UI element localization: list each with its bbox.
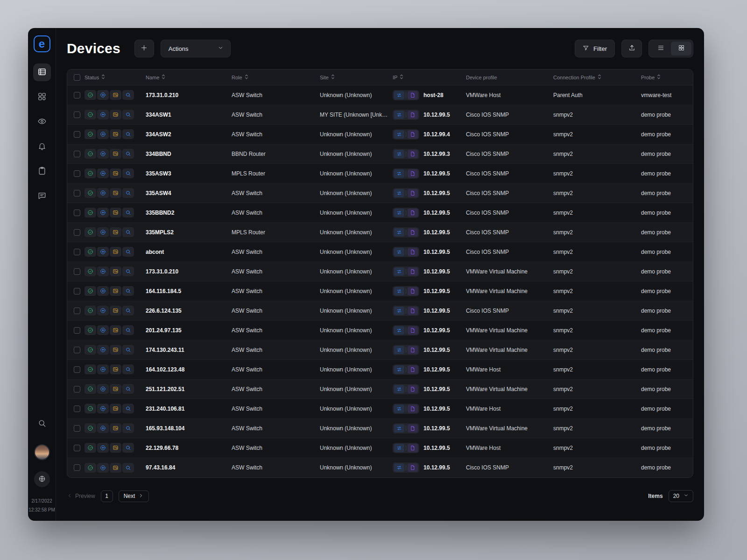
language-button[interactable]	[34, 471, 50, 487]
discover-icon[interactable]	[97, 286, 109, 296]
swap-connection-icon[interactable]	[394, 209, 404, 217]
credentials-icon[interactable]	[110, 286, 121, 296]
swap-connection-icon[interactable]	[394, 307, 404, 315]
device-name[interactable]: 335ASW4	[146, 190, 232, 196]
status-ok-icon[interactable]	[85, 325, 96, 335]
inspect-icon[interactable]	[122, 110, 134, 119]
credentials-icon[interactable]	[110, 463, 121, 473]
page-number-button[interactable]: 1	[101, 490, 113, 502]
swap-connection-icon[interactable]	[394, 228, 404, 237]
sidebar-item-tasks[interactable]	[33, 162, 51, 180]
inspect-icon[interactable]	[122, 149, 134, 159]
inspect-icon[interactable]	[122, 129, 134, 139]
swap-connection-icon[interactable]	[394, 444, 404, 452]
row-checkbox[interactable]	[74, 92, 80, 98]
status-ok-icon[interactable]	[85, 129, 96, 139]
discover-icon[interactable]	[97, 188, 109, 198]
inspect-icon[interactable]	[122, 423, 134, 433]
credentials-icon[interactable]	[110, 149, 121, 159]
inspect-icon[interactable]	[122, 247, 134, 257]
row-checkbox[interactable]	[74, 308, 80, 314]
actions-dropdown[interactable]: Actions	[161, 40, 231, 57]
inspect-icon[interactable]	[122, 384, 134, 394]
table-row[interactable]: abcont ASW Switch Unknown (Unknown) 10.1…	[67, 242, 693, 262]
discover-icon[interactable]	[97, 266, 109, 276]
status-ok-icon[interactable]	[85, 463, 96, 473]
discover-icon[interactable]	[97, 168, 109, 178]
table-row[interactable]: 335MPLS2 MPLS Router Unknown (Unknown) 1…	[67, 223, 693, 242]
table-row[interactable]: 173.31.0.210 ASW Switch Unknown (Unknown…	[67, 85, 693, 105]
select-all-checkbox[interactable]	[74, 74, 80, 81]
credentials-icon[interactable]	[110, 364, 121, 374]
column-header-site[interactable]: Site	[320, 74, 393, 81]
sort-icon[interactable]	[657, 74, 661, 81]
swap-connection-icon[interactable]	[394, 267, 404, 276]
inspect-icon[interactable]	[122, 345, 134, 355]
credentials-icon[interactable]	[110, 443, 121, 453]
credentials-icon[interactable]	[110, 266, 121, 276]
discover-icon[interactable]	[97, 247, 109, 257]
device-name[interactable]: 201.24.97.135	[146, 327, 232, 334]
sort-icon[interactable]	[245, 74, 248, 81]
discover-icon[interactable]	[97, 384, 109, 394]
column-header-ip[interactable]: IP	[393, 74, 466, 81]
device-name[interactable]: 335MPLS2	[146, 229, 232, 236]
sort-icon[interactable]	[101, 74, 105, 81]
table-row[interactable]: 164.102.123.48 ASW Switch Unknown (Unkno…	[67, 360, 693, 379]
inspect-icon[interactable]	[122, 286, 134, 296]
status-ok-icon[interactable]	[85, 227, 96, 237]
credentials-icon[interactable]	[110, 208, 121, 217]
swap-connection-icon[interactable]	[394, 346, 404, 354]
device-name[interactable]: 164.102.123.48	[146, 366, 232, 373]
swap-connection-icon[interactable]	[394, 287, 404, 295]
filter-button[interactable]: Filter	[575, 40, 615, 57]
ip-file-icon[interactable]	[408, 287, 418, 295]
status-ok-icon[interactable]	[85, 384, 96, 394]
credentials-icon[interactable]	[110, 247, 121, 257]
status-ok-icon[interactable]	[85, 188, 96, 198]
row-checkbox[interactable]	[74, 131, 80, 138]
add-device-button[interactable]	[134, 40, 154, 57]
column-header-name[interactable]: Name	[146, 74, 232, 81]
status-ok-icon[interactable]	[85, 364, 96, 374]
swap-connection-icon[interactable]	[394, 405, 404, 413]
device-name[interactable]: 165.93.148.104	[146, 425, 232, 432]
discover-icon[interactable]	[97, 129, 109, 139]
column-header-role[interactable]: Role	[232, 74, 320, 81]
swap-connection-icon[interactable]	[394, 130, 404, 139]
inspect-icon[interactable]	[122, 443, 134, 453]
device-name[interactable]: 173.31.0.210	[146, 92, 232, 98]
row-checkbox[interactable]	[74, 151, 80, 157]
ip-file-icon[interactable]	[408, 365, 418, 374]
ip-file-icon[interactable]	[408, 169, 418, 178]
sidebar-item-notifications[interactable]	[33, 138, 51, 155]
device-name[interactable]: 334BBND	[146, 151, 232, 157]
credentials-icon[interactable]	[110, 325, 121, 335]
table-row[interactable]: 174.130.243.11 ASW Switch Unknown (Unkno…	[67, 340, 693, 360]
device-name[interactable]: 164.116.184.5	[146, 288, 232, 294]
ip-file-icon[interactable]	[408, 385, 418, 393]
row-checkbox[interactable]	[74, 347, 80, 353]
ip-file-icon[interactable]	[408, 307, 418, 315]
row-checkbox[interactable]	[74, 249, 80, 255]
sort-icon[interactable]	[598, 74, 601, 81]
inspect-icon[interactable]	[122, 208, 134, 217]
row-checkbox[interactable]	[74, 268, 80, 275]
grid-view-button[interactable]	[671, 42, 691, 56]
column-header-connection-profile[interactable]: Connection Profile	[553, 74, 641, 81]
device-name[interactable]: 174.130.243.11	[146, 347, 232, 353]
ip-file-icon[interactable]	[408, 189, 418, 197]
device-name[interactable]: 335BBND2	[146, 210, 232, 216]
preview-button[interactable]: Preview	[67, 493, 95, 500]
ip-file-icon[interactable]	[408, 130, 418, 139]
inspect-icon[interactable]	[122, 266, 134, 276]
discover-icon[interactable]	[97, 443, 109, 453]
discover-icon[interactable]	[97, 463, 109, 473]
ip-file-icon[interactable]	[408, 267, 418, 276]
discover-icon[interactable]	[97, 325, 109, 335]
table-row[interactable]: 201.24.97.135 ASW Switch Unknown (Unknow…	[67, 321, 693, 340]
credentials-icon[interactable]	[110, 129, 121, 139]
sidebar-search-button[interactable]	[33, 415, 51, 433]
column-header-probe[interactable]: Probe	[641, 74, 693, 81]
ip-file-icon[interactable]	[408, 405, 418, 413]
